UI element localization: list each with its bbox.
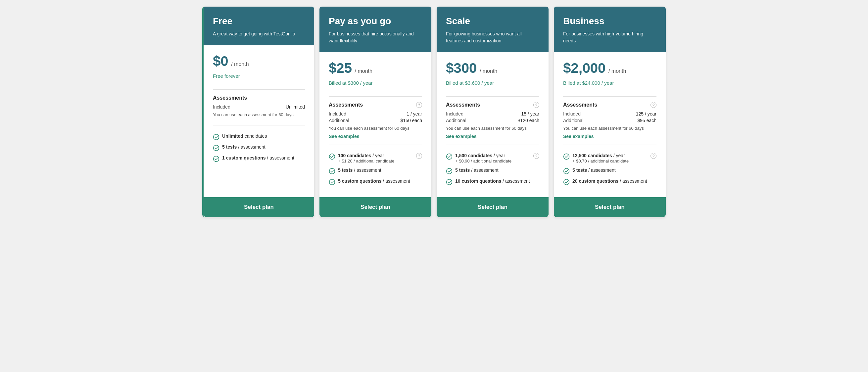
custom-questions-text-scale: 10 custom questions / assessment [455,178,530,184]
plan-header-free: Free A great way to get going with TestG… [204,7,314,45]
assessment-row-label: Additional [329,118,349,123]
price-period-business: / month [609,68,626,74]
feature-candidates-payg: 100 candidates / year+ $1.20 / additiona… [329,153,422,163]
price-billing-scale: Billed at $3,600 / year [446,80,539,86]
assessment-row-label: Included [213,104,230,110]
assessments-label-free: Assessments [213,95,247,101]
feature-tests-payg: 5 tests / assessment [329,167,422,175]
assessments-info-icon-scale[interactable]: ? [533,102,539,108]
assessments-title-scale: Assessments? [446,102,539,108]
svg-point-8 [446,179,452,185]
select-plan-button-business[interactable]: Select plan [554,197,666,217]
plan-title-free: Free [213,16,305,27]
assessments-section-business: Assessments? Included 125 / year Additio… [563,102,656,140]
divider [329,96,422,97]
select-plan-button-free[interactable]: Select plan [204,197,314,217]
assessment-note-free: You can use each assessment for 60 days [213,112,305,117]
feature-tests-scale: 5 tests / assessment [446,167,539,175]
plan-card-scale: Scale For growing businesses who want al… [437,7,549,217]
assessment-row-label: Included [446,111,463,117]
assessment-note-payg: You can use each assessment for 60 days [329,126,422,131]
plan-desc-free: A great way to get going with TestGorill… [213,30,305,37]
assessments-info-icon-payg[interactable]: ? [416,102,422,108]
assessment-row-business-0: Included 125 / year [563,111,656,117]
features-list-scale: 1,500 candidates / year+ $0.90 / additio… [446,153,539,189]
assessments-section-scale: Assessments? Included 15 / year Addition… [446,102,539,140]
price-section-scale: $300 / month [446,60,539,76]
price-billing-free: Free forever [213,73,305,79]
svg-point-9 [564,154,569,159]
candidates-sub-scale: + $0.90 / additional candidate [455,158,512,163]
custom-questions-text-business: 20 custom questions / assessment [572,178,647,184]
price-period-scale: / month [480,68,497,74]
price-section-payg: $25 / month [329,60,422,76]
svg-point-6 [446,154,452,159]
assessment-row-value: 1 / year [406,111,422,117]
assessment-row-value: $120 each [518,118,539,123]
tests-text-free: 5 tests / assessment [222,144,266,150]
svg-point-0 [214,134,219,140]
feature-candidates-scale: 1,500 candidates / year+ $0.90 / additio… [446,153,539,163]
tests-text-scale: 5 tests / assessment [455,167,499,173]
assessment-row-label: Included [563,111,581,117]
price-amount-free: $0 [213,53,228,69]
candidates-text-scale: 1,500 candidates / year+ $0.90 / additio… [455,153,512,163]
see-examples-link-scale[interactable]: See examples [446,134,477,139]
assessment-row-free-0: Included Unlimited [213,104,305,110]
candidates-info-icon-business[interactable]: ? [651,153,656,159]
divider [446,96,539,97]
assessments-info-icon-business[interactable]: ? [651,102,656,108]
plan-body-scale: $300 / month Billed at $3,600 / yearAsse… [437,52,549,197]
candidates-info-icon-payg[interactable]: ? [416,153,422,159]
plan-title-business: Business [563,16,656,27]
assessment-row-label: Included [329,111,346,117]
feature-custom-questions-free: 1 custom questions / assessment [213,155,305,162]
price-section-business: $2,000 / month [563,60,656,76]
select-plan-button-payg[interactable]: Select plan [319,197,431,217]
plan-card-free: Free A great way to get going with TestG… [202,7,314,217]
candidates-sub-business: + $0.70 / additional candidate [572,158,629,163]
feature-custom-questions-payg: 5 custom questions / assessment [329,178,422,185]
divider [213,89,305,90]
divider [213,125,305,125]
features-list-business: 12,500 candidates / year+ $0.70 / additi… [563,153,656,189]
assessment-row-scale-0: Included 15 / year [446,111,539,117]
candidates-info-icon-scale[interactable]: ? [533,153,539,159]
features-list-free: Unlimited candidates 5 tests / assessmen… [213,133,305,189]
plan-body-payg: $25 / month Billed at $300 / yearAssessm… [319,52,431,197]
assessments-title-business: Assessments? [563,102,656,108]
assessment-row-scale-1: Additional $120 each [446,118,539,123]
price-billing-payg: Billed at $300 / year [329,80,422,86]
assessments-label-scale: Assessments [446,102,480,108]
tests-text-business: 5 tests / assessment [572,167,616,173]
svg-point-10 [564,168,569,174]
assessment-row-value: $95 each [637,118,656,123]
price-billing-business: Billed at $24,000 / year [563,80,656,86]
see-examples-link-business[interactable]: See examples [563,134,594,139]
assessments-label-business: Assessments [563,102,597,108]
price-period-payg: / month [355,68,372,74]
assessment-row-label: Additional [563,118,584,123]
feature-candidates-free: Unlimited candidates [213,133,305,140]
plan-title-payg: Pay as you go [329,16,422,27]
see-examples-link-payg[interactable]: See examples [329,134,360,139]
assessment-note-business: You can use each assessment for 60 days [563,126,656,131]
price-amount-payg: $25 [329,60,352,76]
price-section-free: $0 / month [213,53,305,69]
price-period-free: / month [231,61,249,67]
tests-text-payg: 5 tests / assessment [338,167,381,173]
plan-header-payg: Pay as you go For businesses that hire o… [319,7,431,52]
assessments-section-free: Assessments Included Unlimited You can u… [213,95,305,120]
select-plan-button-scale[interactable]: Select plan [437,197,549,217]
svg-point-4 [330,168,335,174]
assessment-row-payg-1: Additional $150 each [329,118,422,123]
custom-questions-text-payg: 5 custom questions / assessment [338,178,410,184]
plan-header-scale: Scale For growing businesses who want al… [437,7,549,52]
feature-tests-business: 5 tests / assessment [563,167,656,175]
assessment-row-value: Unlimited [286,104,305,110]
assessments-section-payg: Assessments? Included 1 / year Additiona… [329,102,422,140]
candidates-sub-payg: + $1.20 / additional candidate [338,158,394,163]
feature-custom-questions-scale: 10 custom questions / assessment [446,178,539,185]
assessments-title-payg: Assessments? [329,102,422,108]
feature-tests-free: 5 tests / assessment [213,144,305,151]
